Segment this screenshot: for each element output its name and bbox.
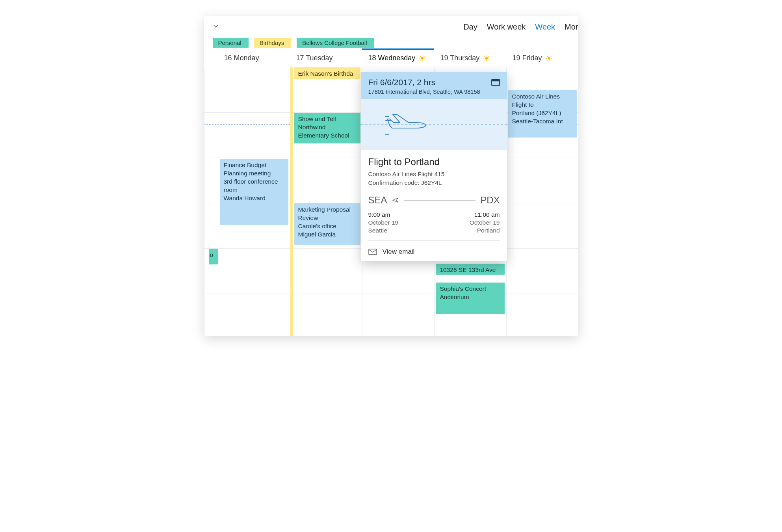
- legend-birthdays[interactable]: Birthdays: [254, 38, 292, 48]
- popup-sub2: Confirmation code: J62Y4L: [368, 179, 500, 187]
- airplane-icon: [385, 109, 432, 143]
- mail-icon: [368, 249, 377, 255]
- event-line: Elementary School: [298, 132, 357, 140]
- event-marketing[interactable]: Marketing Proposal Review Carole's offic…: [294, 203, 360, 245]
- event-line: Planning meeting: [224, 169, 284, 178]
- event-line: Contoso Air Lines: [512, 93, 573, 101]
- calendar-icon[interactable]: [491, 78, 500, 86]
- day-label: 17 Tuesday: [296, 54, 333, 62]
- svg-rect-32: [369, 249, 377, 255]
- airplane-small-icon: [392, 197, 399, 204]
- popup-address: 17801 International Blvd, Seattle, WA 98…: [368, 89, 500, 95]
- col-mon[interactable]: Finance Budget Planning meeting 3rd floo…: [218, 67, 290, 336]
- event-line: 3rd floor conference: [224, 178, 284, 186]
- day-label: 19 Thursday: [440, 54, 480, 62]
- event-finance[interactable]: Finance Budget Planning meeting 3rd floo…: [220, 159, 288, 225]
- event-line: Flight to: [512, 101, 573, 109]
- departure-time: 9:00 am: [368, 211, 399, 218]
- popup-body: Flight to Portland Contoso Air Lines Fli…: [361, 150, 507, 242]
- svg-line-7: [420, 60, 421, 60]
- legend-personal[interactable]: Personal: [213, 38, 249, 48]
- popup-plane-banner: [361, 99, 507, 150]
- event-line: Portland (J62Y4L): [512, 109, 573, 117]
- event-birthday[interactable]: Erik Nason's Birthda: [294, 67, 360, 79]
- event-address-partial[interactable]: 10326 SE 133rd Ave: [436, 264, 505, 275]
- day-head-fri[interactable]: 19 Friday: [506, 50, 578, 67]
- day-head-tue[interactable]: 17 Tuesday: [290, 50, 362, 67]
- popup-sub1: Contoso Air Lines Flight 415: [368, 170, 500, 179]
- arrival-code: PDX: [480, 195, 500, 206]
- flight-route: SEA PDX: [368, 195, 500, 206]
- allday-strip-birthday: [290, 67, 293, 336]
- chevron-down-icon[interactable]: [211, 22, 221, 32]
- departure-info: 9:00 am October 19 Seattle: [368, 211, 399, 234]
- departure-code: SEA: [368, 195, 387, 206]
- svg-line-24: [551, 60, 551, 60]
- event-title: Finance Budget: [224, 161, 284, 169]
- svg-point-18: [548, 57, 550, 60]
- view-more[interactable]: Mor: [565, 22, 578, 32]
- day-head-thu[interactable]: 19 Thursday: [434, 50, 506, 67]
- arrival-info: 11:00 am October 19 Portland: [470, 211, 500, 234]
- event-line: Miguel Garcia: [298, 231, 357, 239]
- svg-point-9: [485, 57, 488, 60]
- event-line: Review: [298, 214, 357, 222]
- svg-line-5: [420, 56, 421, 56]
- col-tue[interactable]: Erik Nason's Birthda Show and Tell North…: [290, 67, 362, 336]
- arrival-time: 11:00 am: [470, 211, 500, 218]
- sun-icon: [546, 55, 552, 61]
- svg-rect-28: [492, 80, 500, 82]
- legend-football[interactable]: Bellows College Football: [297, 38, 374, 48]
- popup-header: Fri 6/6/2017, 2 hrs 17801 International …: [361, 72, 507, 99]
- day-label: 19 Friday: [513, 54, 542, 62]
- svg-line-16: [485, 60, 485, 60]
- event-title: Marketing Proposal: [298, 206, 357, 214]
- flight-path-dash: [361, 125, 507, 125]
- departure-city: Seattle: [368, 227, 399, 234]
- day-head-mon[interactable]: 16 Monday: [218, 50, 290, 67]
- arrival-city: Portland: [470, 227, 500, 234]
- event-line: room: [224, 186, 284, 194]
- view-workweek[interactable]: Work week: [487, 22, 526, 32]
- popup-title: Flight to Portland: [368, 156, 500, 167]
- event-line: Carole's office: [298, 222, 357, 231]
- svg-point-0: [421, 57, 424, 60]
- event-sophia[interactable]: Sophia's Concert Auditorium: [436, 283, 505, 314]
- gutter-head: [204, 50, 218, 67]
- day-label: 18 Wednesday: [368, 54, 416, 62]
- time-gutter: o: [204, 67, 218, 336]
- sun-icon: [483, 55, 490, 61]
- col-fri[interactable]: Contoso Air Lines Flight to Portland (J6…: [506, 67, 578, 336]
- event-show-and-tell[interactable]: Show and Tell Northwind Elementary Schoo…: [294, 113, 360, 143]
- event-flight[interactable]: Contoso Air Lines Flight to Portland (J6…: [508, 90, 577, 138]
- event-line: Auditorium: [440, 293, 501, 301]
- route-line: [404, 200, 476, 201]
- view-switcher: Day Work week Week Mor: [463, 22, 578, 32]
- svg-line-14: [485, 56, 485, 56]
- day-headers: 16 Monday 17 Tuesday 18 Wednesday 19 Thu…: [204, 50, 578, 67]
- view-week[interactable]: Week: [535, 22, 555, 32]
- view-email-button[interactable]: View email: [361, 242, 507, 261]
- event-partial[interactable]: o: [209, 249, 218, 264]
- event-detail-popup: Fri 6/6/2017, 2 hrs 17801 International …: [361, 72, 507, 261]
- svg-line-25: [547, 60, 547, 60]
- sun-icon: [419, 55, 425, 61]
- topbar: Day Work week Week Mor: [204, 16, 578, 38]
- popup-datetime: Fri 6/6/2017, 2 hrs: [368, 78, 500, 87]
- arrival-date: October 19: [470, 219, 500, 226]
- day-head-wed[interactable]: 18 Wednesday: [362, 50, 434, 67]
- svg-line-6: [424, 60, 424, 60]
- event-line: Wanda Howard: [224, 194, 284, 203]
- event-line: Northwind: [298, 123, 357, 132]
- departure-date: October 19: [368, 219, 399, 226]
- svg-line-8: [424, 56, 424, 56]
- divider: [368, 240, 500, 241]
- svg-line-15: [488, 60, 489, 60]
- svg-line-23: [547, 56, 547, 56]
- view-email-label: View email: [383, 248, 415, 256]
- calendar-window: Day Work week Week Mor Personal Birthday…: [204, 16, 578, 336]
- svg-line-26: [551, 56, 551, 56]
- view-day[interactable]: Day: [463, 22, 477, 32]
- event-title: Sophia's Concert: [440, 285, 501, 293]
- event-line: Seattle-Tacoma Int: [512, 117, 573, 126]
